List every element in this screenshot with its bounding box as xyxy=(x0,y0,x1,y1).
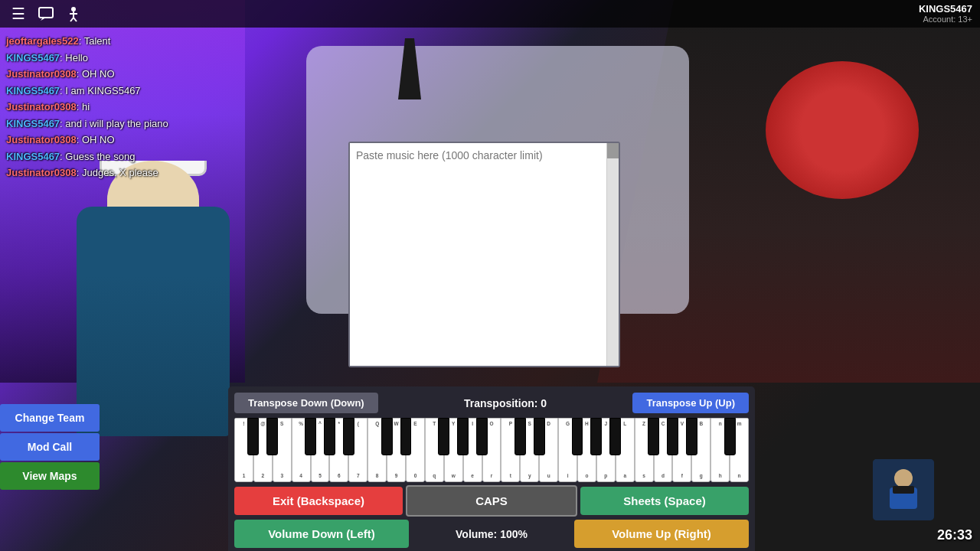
key-label-top: E xyxy=(413,421,416,427)
chat-name: Justinator0308 xyxy=(6,167,77,178)
chat-message: KINGS5467: and i will play the piano xyxy=(6,116,208,132)
piano-keyboard: !1@2S3%4^5*6(7Q8W9E0TqYwIeOrPtSyDuGiHoJp… xyxy=(234,418,749,482)
key-label-top: ^ xyxy=(318,421,322,427)
black-key[interactable] xyxy=(438,418,449,455)
key-label-bottom: s xyxy=(642,473,645,479)
exit-button[interactable]: Exit (Backspace) xyxy=(234,487,403,515)
chat-text: : and i will play the piano xyxy=(60,118,168,129)
key-label-bottom: w xyxy=(452,473,456,479)
key-label-top: P xyxy=(509,421,512,427)
sheets-button[interactable]: Sheets (Space) xyxy=(580,487,749,515)
chat-text: : OH NO xyxy=(77,134,115,145)
key-label-bottom: 9 xyxy=(395,473,398,479)
svg-point-2 xyxy=(71,7,76,11)
key-label-top: ( xyxy=(358,421,359,427)
black-key[interactable] xyxy=(400,418,412,455)
black-key[interactable] xyxy=(266,418,278,455)
left-sidebar: Change Team Mod Call View Maps xyxy=(0,404,100,490)
music-input[interactable] xyxy=(350,143,619,366)
key-label-top: H xyxy=(585,421,589,427)
chat-text: : Guess the song xyxy=(60,151,135,162)
key-label-bottom: p xyxy=(604,473,607,479)
music-dialog xyxy=(348,142,620,367)
black-key[interactable] xyxy=(305,418,316,455)
black-key[interactable] xyxy=(381,418,393,455)
key-label-top: J xyxy=(605,421,608,427)
key-label-top: Y xyxy=(452,421,455,427)
key-label-bottom: 1 xyxy=(243,473,246,479)
scrollbar-thumb[interactable] xyxy=(607,143,619,158)
roblox-avatar-bottom-right xyxy=(873,459,934,520)
key-label-top: D xyxy=(547,421,550,427)
bg-red-circle xyxy=(766,61,919,199)
black-key[interactable] xyxy=(572,418,583,455)
key-label-top: m xyxy=(737,421,742,427)
black-key[interactable] xyxy=(247,418,259,455)
black-key[interactable] xyxy=(667,418,678,455)
volume-up-button[interactable]: Volume Up (Right) xyxy=(574,520,749,548)
chat-text: : I am KINGS5467 xyxy=(60,85,141,96)
key-label-bottom: o xyxy=(585,473,588,479)
key-label-top: S xyxy=(528,421,531,427)
chat-name: Justinator0308 xyxy=(6,101,77,112)
black-key[interactable] xyxy=(724,418,736,455)
key-label-top: * xyxy=(338,421,341,427)
chat-message: KINGS5467: Guess the song xyxy=(6,149,208,165)
menu-icon[interactable]: ☰ xyxy=(8,3,29,24)
change-team-button[interactable]: Change Team xyxy=(0,404,100,432)
key-label-top: V xyxy=(681,421,684,427)
svg-rect-0 xyxy=(39,8,53,18)
caps-button[interactable]: CAPS xyxy=(406,485,577,517)
scrollbar[interactable] xyxy=(606,143,619,366)
key-label-top: S xyxy=(280,421,283,427)
key-label-top: % xyxy=(299,421,303,427)
black-key[interactable] xyxy=(686,418,697,455)
chat-name: Justinator0308 xyxy=(6,68,77,80)
chat-message: Justinator0308: OH NO xyxy=(6,67,208,82)
timer: 26:33 xyxy=(937,527,972,543)
bottom-buttons-row2: Volume Down (Left) Volume: 100% Volume U… xyxy=(234,520,749,548)
key-label-top: Z xyxy=(642,421,645,427)
key-label-bottom: 3 xyxy=(280,473,283,479)
avatar-body xyxy=(77,207,230,436)
chat-icon[interactable] xyxy=(35,3,57,24)
mod-call-button[interactable]: Mod Call xyxy=(0,433,100,461)
key-label-bottom: t xyxy=(510,473,511,479)
key-label-top: ! xyxy=(243,421,244,427)
black-key[interactable] xyxy=(476,418,488,455)
chat-name: jeoftargales522 xyxy=(6,35,79,47)
character-icon[interactable] xyxy=(63,3,84,24)
transpose-row: Transpose Down (Down) Transposition: 0 T… xyxy=(234,393,749,413)
transpose-down-button[interactable]: Transpose Down (Down) xyxy=(234,393,378,413)
black-key[interactable] xyxy=(343,418,354,455)
black-key[interactable] xyxy=(590,418,602,455)
top-bar: ☰ KINGS5467 Account: 13+ xyxy=(0,0,980,28)
key-label-bottom: i xyxy=(567,473,569,479)
chat-name: KINGS5467 xyxy=(6,52,60,64)
key-label-bottom: 0 xyxy=(414,473,417,479)
black-key[interactable] xyxy=(457,418,469,455)
black-key[interactable] xyxy=(609,418,621,455)
bottom-buttons-row1: Exit (Backspace) CAPS Sheets (Space) xyxy=(234,485,749,517)
black-key[interactable] xyxy=(514,418,526,455)
key-label-top: L xyxy=(623,421,626,427)
chat-text: : hi xyxy=(77,101,90,112)
key-label-top: B xyxy=(699,421,703,427)
black-key[interactable] xyxy=(534,418,545,455)
key-label-top: Q xyxy=(375,421,379,427)
black-key[interactable] xyxy=(324,418,335,455)
key-label-bottom: r xyxy=(491,473,493,479)
view-maps-button[interactable]: View Maps xyxy=(0,462,100,490)
volume-down-button[interactable]: Volume Down (Left) xyxy=(234,520,409,548)
user-info: KINGS5467 Account: 13+ xyxy=(919,3,972,24)
chat-text: : Talent xyxy=(79,35,111,47)
music-dialog-header xyxy=(350,143,619,366)
chat-message: jeoftargales522: Talent xyxy=(6,34,208,49)
chat-name: KINGS5467 xyxy=(6,118,60,129)
black-key[interactable] xyxy=(648,418,659,455)
transpose-up-button[interactable]: Transpose Up (Up) xyxy=(632,393,749,413)
key-label-bottom: g xyxy=(700,473,703,479)
key-label-bottom: f xyxy=(681,473,683,479)
key-label-top: G xyxy=(566,421,570,427)
chat-area: jeoftargales522: TalentKINGS5467: HelloJ… xyxy=(0,28,214,188)
